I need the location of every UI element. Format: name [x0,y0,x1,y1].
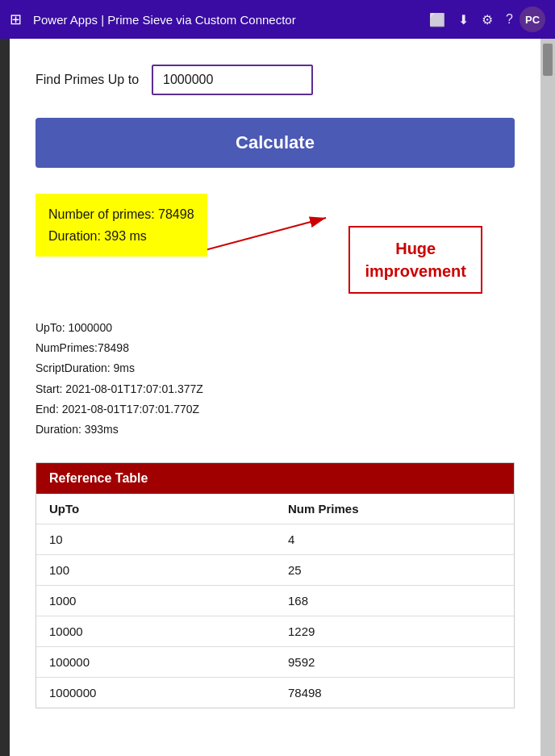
find-primes-row: Find Primes Up to [35,65,515,95]
cell-numprimes: 78498 [275,678,514,708]
find-primes-input[interactable] [152,65,313,95]
cell-upto: 100000 [36,647,275,678]
table-row: 10000 1229 [36,616,514,647]
cell-upto: 100 [36,555,275,586]
stat-end: End: 2021-08-01T17:07:01.770Z [35,399,515,420]
table-row: 100 25 [36,555,514,586]
cell-numprimes: 1229 [275,616,514,647]
left-sidebar [0,39,10,756]
table-row: 100000 9592 [36,647,514,678]
annotation-line1: Huge [365,237,466,260]
app-title: Power Apps | Prime Sieve via Custom Conn… [33,13,296,27]
cell-upto: 10 [36,524,275,555]
find-primes-label: Find Primes Up to [35,73,139,87]
download-icon[interactable]: ⬇ [458,12,469,27]
reference-table-header: Reference Table [36,463,514,494]
cell-numprimes: 9592 [275,647,514,678]
result-annotation-area: Number of primes: 78498 Duration: 393 ms… [35,194,515,299]
stat-script-duration: ScriptDuration: 9ms [35,358,515,378]
reference-table-body: 10 4 100 25 1000 168 10000 1229 100000 9… [36,524,514,708]
annotation-arrow [197,202,358,282]
monitor-icon[interactable]: ⬜ [429,12,445,27]
avatar[interactable]: PC [520,6,545,32]
topbar: ⊞ Power Apps | Prime Sieve via Custom Co… [0,0,555,39]
help-icon[interactable]: ? [506,12,513,27]
cell-numprimes: 168 [275,586,514,616]
topbar-icons: ⬜ ⬇ ⚙ ? [429,12,513,27]
stats-section: UpTo: 1000000 NumPrimes:78498 ScriptDura… [35,318,515,440]
cell-upto: 1000000 [36,678,275,708]
svg-line-1 [205,218,326,250]
stat-upto: UpTo: 1000000 [35,318,515,338]
grid-icon[interactable]: ⊞ [10,10,22,28]
annotation-line2: improvement [365,260,466,282]
table-row: 1000 168 [36,586,514,616]
result-line2: Duration: 393 ms [48,225,194,247]
col-header-numprimes: Num Primes [275,494,514,524]
cell-numprimes: 4 [275,524,514,555]
reference-table: UpTo Num Primes 10 4 100 25 1000 168 100… [36,494,514,708]
reference-table-container: Reference Table UpTo Num Primes 10 4 100… [35,462,515,708]
cell-upto: 10000 [36,616,275,647]
content-area: Find Primes Up to Calculate Number of pr… [10,39,540,756]
stat-duration: Duration: 393ms [35,420,515,440]
table-header-row: UpTo Num Primes [36,494,514,524]
cell-upto: 1000 [36,586,275,616]
stat-num-primes: NumPrimes:78498 [35,338,515,358]
table-row: 1000000 78498 [36,678,514,708]
table-row: 10 4 [36,524,514,555]
main-layout: Find Primes Up to Calculate Number of pr… [0,39,555,756]
result-box: Number of primes: 78498 Duration: 393 ms [35,194,207,257]
col-header-upto: UpTo [36,494,275,524]
scrollbar-thumb[interactable] [543,44,553,76]
settings-icon[interactable]: ⚙ [482,12,493,27]
right-scrollbar[interactable] [540,39,555,756]
annotation-box: Huge improvement [348,226,482,294]
stat-start: Start: 2021-08-01T17:07:01.377Z [35,379,515,399]
result-line1: Number of primes: 78498 [48,203,194,225]
calculate-button[interactable]: Calculate [35,118,515,168]
cell-numprimes: 25 [275,555,514,586]
